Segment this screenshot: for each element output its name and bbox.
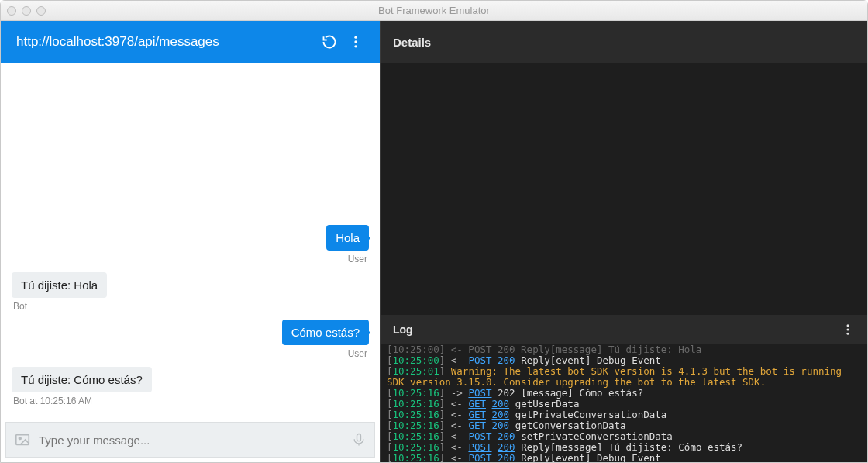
endpoint-url[interactable]: http://localhost:3978/api/messages: [16, 34, 316, 50]
message-composer: [5, 422, 375, 458]
log-line[interactable]: [10:25:16] -> POST 202 [message] Cómo es…: [387, 388, 861, 399]
message-sender: Bot at 10:25:16 AM: [12, 396, 94, 406]
message-bubble: Tú dijiste: Cómo estás?: [12, 367, 152, 392]
message-sender: User: [346, 348, 369, 359]
message-sender: User: [346, 254, 369, 264]
svg-point-8: [847, 333, 849, 335]
svg-point-4: [19, 437, 21, 440]
kebab-icon: [841, 323, 855, 337]
app-body: http://localhost:3978/api/messages HolaU…: [1, 21, 867, 462]
log-title: Log: [393, 323, 413, 336]
log-line[interactable]: [10:25:16] <- POST 200 Reply[event] Debu…: [387, 453, 861, 462]
titlebar: Bot Framework Emulator: [1, 1, 867, 21]
log-line[interactable]: [10:25:01] Warning: The latest bot SDK v…: [387, 366, 861, 388]
svg-point-6: [847, 324, 849, 327]
log-line[interactable]: [10:25:16] <- POST 200 setPrivateConvers…: [387, 431, 861, 442]
log-line[interactable]: [10:25:16] <- POST 200 Reply[message] Tú…: [387, 442, 861, 453]
microphone-icon: [351, 432, 367, 447]
image-upload-button[interactable]: [14, 431, 31, 448]
log-line[interactable]: [10:25:00] <- POST 200 Reply[event] Debu…: [387, 355, 861, 366]
address-bar: http://localhost:3978/api/messages: [1, 21, 380, 63]
mic-button[interactable]: [351, 432, 367, 447]
more-menu-button[interactable]: [343, 29, 369, 55]
app-window: Bot Framework Emulator http://localhost:…: [0, 0, 868, 463]
log-menu-button[interactable]: [841, 323, 855, 337]
chat-panel: http://localhost:3978/api/messages HolaU…: [1, 21, 381, 462]
log-line[interactable]: [10:25:16] <- GET 200 getPrivateConversa…: [387, 409, 861, 420]
message-input[interactable]: [39, 434, 343, 447]
message-bubble: Cómo estás?: [282, 320, 369, 345]
refresh-button[interactable]: [316, 29, 343, 55]
log-line[interactable]: [10:25:16] <- GET 200 getUserData: [387, 399, 861, 409]
inspector-panel: Details Log [10:25:00] <- POST 200 Reply…: [381, 21, 867, 462]
svg-point-2: [354, 45, 356, 47]
svg-rect-5: [357, 434, 361, 441]
log-body[interactable]: [10:25:00] <- POST 200 Reply[message] Tú…: [381, 344, 867, 462]
svg-point-1: [354, 40, 356, 43]
message-sender: Bot: [12, 301, 29, 312]
bot-message[interactable]: Tú dijiste: Cómo estás?Bot at 10:25:16 A…: [12, 367, 369, 406]
chat-transcript: HolaUserTú dijiste: HolaBotCómo estás?Us…: [1, 63, 380, 417]
details-title: Details: [393, 36, 431, 49]
user-message[interactable]: Cómo estás?User: [12, 320, 369, 359]
bot-message[interactable]: Tú dijiste: HolaBot: [12, 272, 369, 312]
svg-point-0: [354, 36, 356, 39]
details-header: Details: [381, 21, 867, 63]
user-message[interactable]: HolaUser: [12, 225, 369, 264]
message-bubble: Tú dijiste: Hola: [12, 272, 107, 298]
log-line[interactable]: [10:25:00] <- POST 200 Reply[message] Tú…: [387, 344, 861, 355]
image-icon: [14, 431, 31, 448]
window-title: Bot Framework Emulator: [1, 5, 867, 16]
svg-point-7: [847, 329, 849, 331]
refresh-icon: [322, 34, 337, 50]
log-header: Log: [381, 315, 867, 344]
kebab-icon: [348, 34, 363, 50]
log-line[interactable]: [10:25:16] <- GET 200 getConversationDat…: [387, 420, 861, 431]
details-body: [381, 63, 867, 315]
message-bubble: Hola: [326, 225, 369, 251]
